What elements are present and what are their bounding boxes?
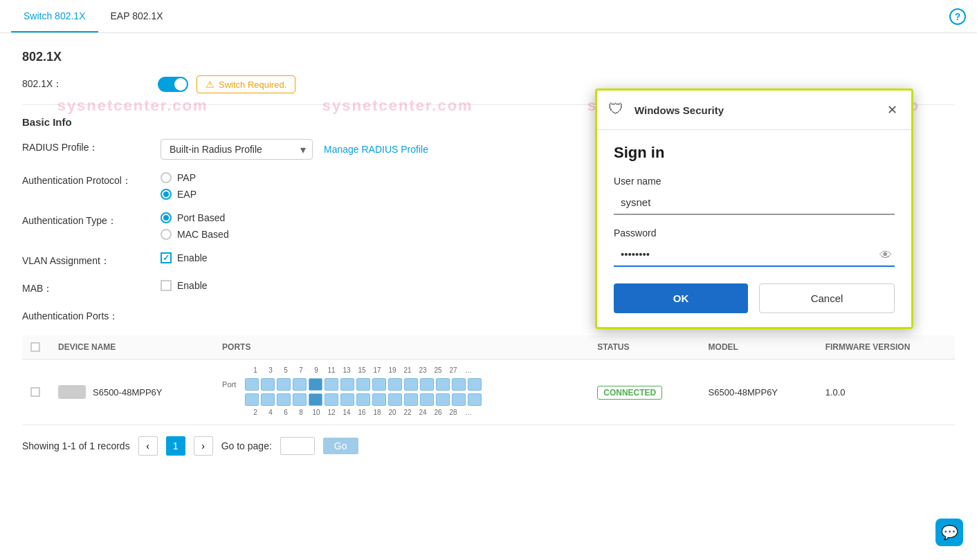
password-wrapper: 👁 bbox=[614, 243, 895, 267]
dialog-body: Sign in User name Password 👁 OK Cancel bbox=[597, 130, 911, 327]
tab-switch-802-1x[interactable]: Switch 802.1X bbox=[11, 1, 98, 32]
top-navigation: Switch 802.1X EAP 802.1X ? bbox=[0, 0, 977, 33]
main-content: sysnetcenter.com sysnetcenter.com sysnet… bbox=[0, 33, 977, 560]
cancel-button[interactable]: Cancel bbox=[759, 283, 895, 313]
password-input[interactable] bbox=[614, 243, 895, 267]
signin-heading: Sign in bbox=[614, 144, 895, 162]
ok-button[interactable]: OK bbox=[614, 283, 748, 313]
help-icon[interactable]: ? bbox=[949, 8, 966, 25]
username-label: User name bbox=[614, 176, 895, 187]
password-label: Password bbox=[614, 227, 895, 239]
eye-icon[interactable]: 👁 bbox=[879, 248, 892, 262]
username-input[interactable] bbox=[614, 191, 895, 215]
shield-icon: 🛡 bbox=[608, 100, 628, 120]
dialog-close-button[interactable]: ✕ bbox=[884, 102, 900, 118]
dialog-title: Windows Security bbox=[634, 104, 877, 116]
dialog-header: 🛡 Windows Security ✕ bbox=[597, 91, 911, 130]
nav-tabs: Switch 802.1X EAP 802.1X bbox=[11, 1, 176, 32]
tab-eap-802-1x[interactable]: EAP 802.1X bbox=[98, 1, 176, 32]
dialog-overlay: 🛡 Windows Security ✕ Sign in User name P… bbox=[0, 33, 977, 560]
security-dialog: 🛡 Windows Security ✕ Sign in User name P… bbox=[595, 88, 913, 329]
dialog-footer: OK Cancel bbox=[614, 283, 895, 313]
